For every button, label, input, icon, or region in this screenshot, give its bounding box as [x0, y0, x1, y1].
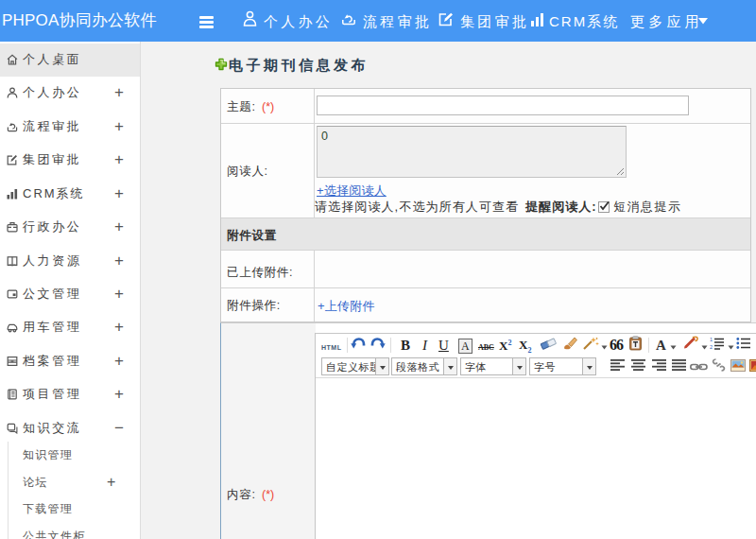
svg-text:2: 2: [710, 344, 713, 350]
svg-text:1: 1: [710, 337, 713, 342]
